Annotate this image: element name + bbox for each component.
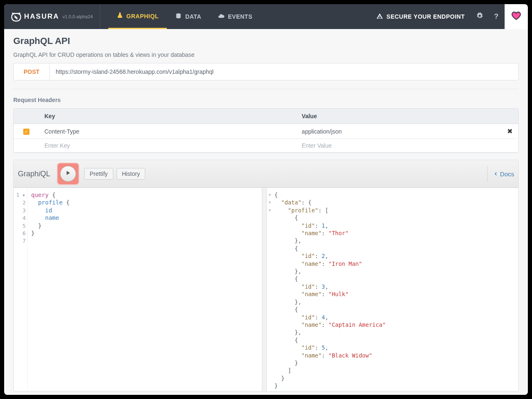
line-gutter: 1 ▼234567	[14, 188, 28, 391]
docs-label: Docs	[500, 170, 514, 178]
warning-icon	[376, 13, 383, 21]
logo-area: HASURA v1.0.0-alpha24	[4, 4, 100, 29]
header-enabled-checkbox[interactable]: ✓	[23, 129, 29, 135]
graphiql-panel: GraphiQL Prettify History Docs 1 ▼234567…	[13, 160, 519, 392]
chevron-left-icon	[493, 170, 498, 178]
gear-icon	[476, 12, 483, 21]
header-delete-button[interactable]: ✖	[501, 124, 518, 139]
divider	[13, 89, 519, 89]
prettify-button[interactable]: Prettify	[84, 168, 113, 180]
graphiql-logo: GraphiQL	[18, 170, 50, 178]
version-label: v1.0.0-alpha24	[63, 14, 93, 19]
tab-data-label: DATA	[185, 13, 201, 20]
pane-resizer[interactable]	[262, 188, 267, 391]
col-checkbox	[14, 109, 39, 124]
database-icon	[175, 13, 182, 21]
tab-events[interactable]: EVENTS	[210, 4, 261, 29]
query-editor[interactable]: 1 ▼234567 query { profile { id name } }	[14, 188, 262, 391]
settings-button[interactable]	[471, 4, 488, 29]
header-key[interactable]: Content-Type	[39, 124, 296, 139]
love-button[interactable]	[505, 4, 528, 29]
docs-button[interactable]: Docs	[487, 166, 514, 182]
nav-tabs: GRAPHIQL DATA EVENTS	[108, 4, 261, 29]
brand-name: HASURA	[24, 12, 59, 21]
page-title: GraphQL API	[13, 36, 519, 46]
query-code[interactable]: query { profile { id name } }	[28, 188, 73, 391]
close-icon: ✖	[507, 128, 512, 135]
new-header-value-input[interactable]	[302, 142, 512, 149]
tab-events-label: EVENTS	[228, 13, 252, 20]
header-row-new	[14, 139, 518, 153]
hasura-logo-icon	[11, 11, 22, 22]
secure-endpoint-link[interactable]: SECURE YOUR ENDPOINT	[370, 13, 471, 21]
page-description: GraphQL API for CRUD operations on table…	[13, 51, 519, 58]
execute-button[interactable]	[60, 166, 76, 182]
header-row: ✓ Content-Type application/json ✖	[14, 124, 518, 139]
top-navbar: HASURA v1.0.0-alpha24 GRAPHIQL DATA EVEN…	[4, 4, 528, 29]
request-headers-label: Request Headers	[13, 97, 519, 103]
secure-endpoint-label: SECURE YOUR ENDPOINT	[386, 13, 465, 20]
cloud-icon	[218, 13, 225, 21]
http-method: POST	[14, 63, 50, 80]
tab-graphiql-label: GRAPHIQL	[127, 13, 159, 19]
new-header-key-input[interactable]	[44, 142, 290, 149]
tab-graphiql[interactable]: GRAPHIQL	[108, 4, 167, 29]
flask-icon	[117, 12, 123, 20]
graphiql-toolbar: GraphiQL Prettify History Docs	[14, 160, 518, 188]
result-fold-gutter: ▼▼▼	[267, 188, 273, 391]
endpoint-url: https://stormy-island-24568.herokuapp.co…	[50, 63, 518, 80]
nav-right: SECURE YOUR ENDPOINT ?	[370, 4, 528, 29]
history-button[interactable]: History	[117, 168, 146, 180]
heart-icon	[511, 11, 521, 22]
help-button[interactable]: ?	[488, 4, 505, 29]
col-key: Key	[39, 109, 296, 124]
tab-data[interactable]: DATA	[167, 4, 210, 29]
main-content: GraphQL API GraphQL API for CRUD operati…	[4, 29, 528, 395]
col-value: Value	[296, 109, 518, 124]
endpoint-display: POST https://stormy-island-24568.herokua…	[13, 63, 519, 80]
play-icon	[65, 170, 71, 178]
result-pane: ▼▼▼ { "data": { "profile": [ { "id": 1, …	[267, 188, 518, 391]
request-headers-table: Key Value ✓ Content-Type application/jso…	[13, 108, 519, 153]
result-json: { "data": { "profile": [ { "id": 1, "nam…	[273, 188, 389, 391]
header-value[interactable]: application/json	[296, 124, 501, 139]
graphiql-body: 1 ▼234567 query { profile { id name } } …	[14, 188, 518, 391]
execute-highlight	[58, 163, 78, 184]
question-icon: ?	[494, 12, 498, 21]
